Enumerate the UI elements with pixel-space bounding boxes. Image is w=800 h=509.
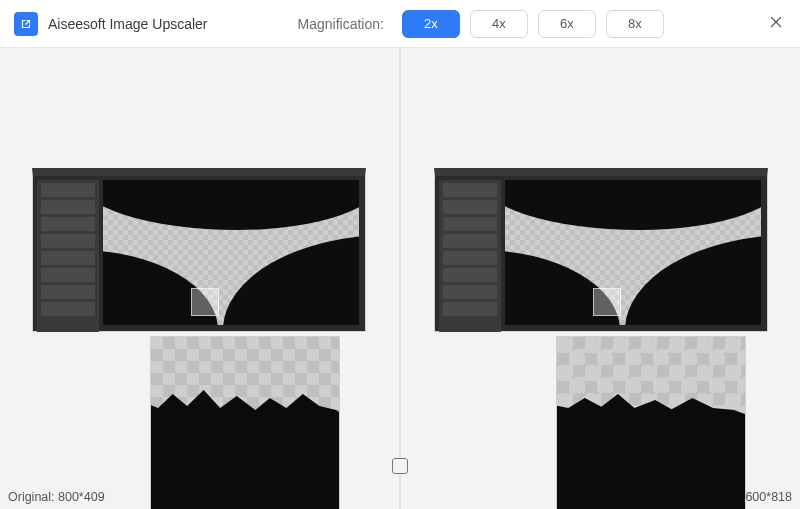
compare-area: Original: 800*409 1600*818 [0, 48, 800, 509]
magnification-label: Magnification: [298, 16, 384, 32]
zoom-selection-box[interactable] [191, 288, 219, 316]
original-pane: Original: 800*409 [0, 48, 400, 509]
original-zoom-popout[interactable] [150, 336, 340, 509]
magnification-8x-button[interactable]: 8x [606, 10, 664, 38]
close-button[interactable] [762, 8, 790, 36]
thumbnail-canvas [505, 180, 761, 325]
thumbnail-menu [439, 180, 501, 332]
thumbnail-menu [37, 180, 99, 332]
zoom-selection-box[interactable] [593, 288, 621, 316]
thumbnail-canvas [103, 180, 359, 325]
magnification-4x-button[interactable]: 4x [470, 10, 528, 38]
original-thumbnail[interactable] [32, 168, 366, 332]
upscale-arrow-icon [19, 17, 33, 31]
app-title: Aiseesoft Image Upscaler [48, 16, 208, 32]
magnification-group: 2x 4x 6x 8x [402, 10, 664, 38]
upscaled-pane: 1600*818 [400, 48, 800, 509]
app-header: Aiseesoft Image Upscaler Magnification: … [0, 0, 800, 48]
close-icon [767, 13, 785, 31]
compare-slider-handle[interactable] [392, 458, 408, 474]
magnification-6x-button[interactable]: 6x [538, 10, 596, 38]
original-caption: Original: 800*409 [4, 485, 109, 509]
magnification-2x-button[interactable]: 2x [402, 10, 460, 38]
upscaled-thumbnail[interactable] [434, 168, 768, 332]
compare-divider [400, 48, 401, 509]
upscaled-zoom-popout[interactable] [556, 336, 746, 509]
app-logo [14, 12, 38, 36]
